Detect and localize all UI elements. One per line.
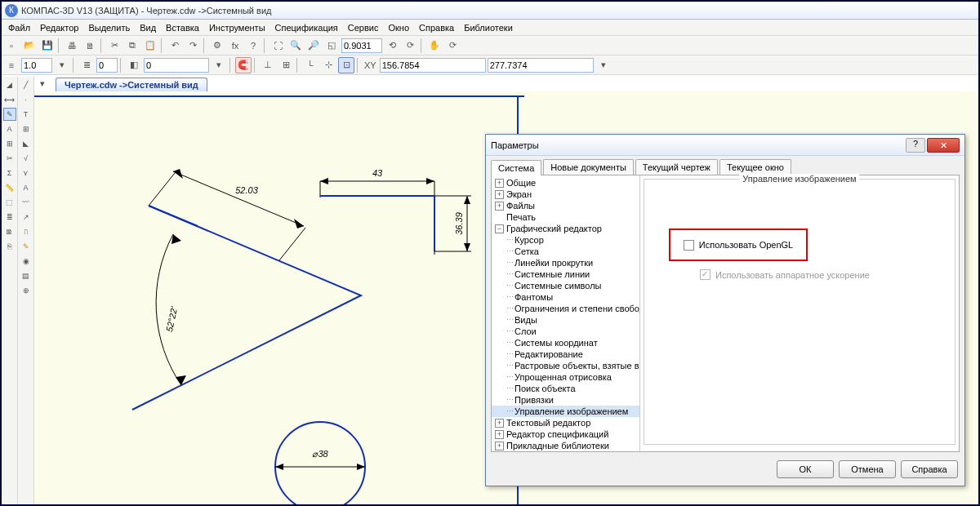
snap3-icon[interactable]: ⊡: [338, 57, 354, 73]
help-button[interactable]: Справка: [901, 460, 958, 478]
text-icon[interactable]: A: [3, 122, 16, 135]
base-icon[interactable]: ◣: [20, 137, 33, 150]
zoom-in-icon[interactable]: 🔍: [287, 38, 304, 54]
new-icon[interactable]: ▫: [3, 38, 20, 54]
brand-icon[interactable]: ▤: [20, 269, 33, 282]
tab-new-docs[interactable]: Новые документы: [543, 159, 634, 175]
tree-display-control[interactable]: ⋯Управление изображением: [492, 406, 639, 417]
geometry-icon[interactable]: ◢: [3, 78, 16, 91]
point-icon[interactable]: ·: [20, 93, 33, 106]
coord-y-input[interactable]: [488, 58, 594, 73]
tree-print[interactable]: Печать: [492, 211, 639, 223]
tree-graphic-editor[interactable]: −Графический редактор: [492, 223, 639, 234]
props-icon[interactable]: ⚙: [209, 38, 225, 54]
cut-icon[interactable]: ✂: [106, 38, 122, 54]
menu-spec[interactable]: Спецификация: [270, 21, 343, 34]
snap2-icon[interactable]: ⊹: [320, 57, 336, 73]
zoom-fit-icon[interactable]: ⛶: [270, 38, 286, 54]
layer-input[interactable]: [96, 58, 118, 73]
param-icon[interactable]: Σ: [3, 166, 16, 180]
tree-phantoms[interactable]: ⋯Фантомы: [492, 291, 639, 303]
break-icon[interactable]: ⎍: [20, 225, 33, 238]
pan-icon[interactable]: ✋: [426, 38, 443, 54]
menu-libs[interactable]: Библиотеки: [459, 21, 518, 34]
rough-icon[interactable]: √: [20, 152, 33, 165]
menu-view[interactable]: Вид: [135, 21, 161, 34]
menu-insert[interactable]: Вставка: [161, 21, 204, 34]
spec-tool-icon[interactable]: ≣: [3, 211, 16, 224]
tree-raster[interactable]: ⋯Растровые объекты, взятые в документ: [492, 360, 639, 371]
linewidth-input[interactable]: [21, 58, 52, 73]
dropdown-icon[interactable]: ▾: [54, 57, 70, 73]
tree-screen[interactable]: +Экран: [492, 189, 639, 200]
save-icon[interactable]: 💾: [39, 38, 56, 54]
weld-icon[interactable]: ⋎: [20, 166, 33, 180]
menu-file[interactable]: Файл: [3, 21, 35, 34]
menu-edit[interactable]: Редактор: [35, 21, 83, 34]
tree-simplified[interactable]: ⋯Упрощенная отрисовка: [492, 371, 639, 383]
zoom-prev-icon[interactable]: ⟲: [384, 38, 400, 54]
zoom-input[interactable]: [341, 38, 382, 53]
auto-icon[interactable]: ✎: [20, 240, 33, 253]
ortho-icon[interactable]: ⊥: [260, 57, 276, 73]
copy-icon[interactable]: ⧉: [124, 38, 140, 54]
zoom-out-icon[interactable]: 🔎: [305, 38, 322, 54]
preview-icon[interactable]: 🗎: [82, 38, 98, 54]
tree-app-libs[interactable]: +Прикладные библиотеки: [492, 440, 639, 451]
tree-files[interactable]: +Файлы: [492, 200, 639, 211]
wave-icon[interactable]: 〰: [20, 196, 33, 209]
tree-general[interactable]: +Общие: [492, 177, 639, 189]
use-opengl-checkbox[interactable]: [684, 240, 694, 251]
tree-constraints[interactable]: ⋯Ограничения и степени свободы: [492, 303, 639, 314]
insert-icon[interactable]: ⎘: [3, 240, 16, 253]
menu-tools[interactable]: Инструменты: [204, 21, 270, 34]
undo-icon[interactable]: ↶: [167, 38, 183, 54]
paste-icon[interactable]: 📋: [142, 38, 158, 54]
edit-icon[interactable]: ✂: [3, 152, 16, 165]
line-icon[interactable]: ╱: [20, 78, 33, 91]
settings-tree[interactable]: +Общие +Экран +Файлы Печать −Графический…: [492, 175, 640, 451]
tree-search[interactable]: ⋯Поиск объекта: [492, 383, 639, 394]
notation-icon[interactable]: ✎: [3, 108, 16, 121]
tree-cursor[interactable]: ⋯Курсор: [492, 234, 639, 246]
tab-current-window[interactable]: Текущее окно: [719, 159, 791, 175]
current-style-icon[interactable]: ≡: [3, 57, 20, 73]
local-cs-icon[interactable]: └: [302, 57, 318, 73]
tree-syssymbols[interactable]: ⋯Системные символы: [492, 280, 639, 291]
center-icon[interactable]: A: [20, 181, 33, 194]
aux-icon[interactable]: T: [20, 108, 33, 121]
report-icon[interactable]: 🗎: [3, 225, 16, 238]
layer2-icon[interactable]: ◧: [126, 57, 142, 73]
coord-menu-icon[interactable]: ▾: [595, 57, 612, 73]
redo-icon[interactable]: ↷: [185, 38, 201, 54]
zoom-window-icon[interactable]: ◱: [323, 38, 340, 54]
cancel-button[interactable]: Отмена: [839, 460, 896, 478]
menu-service[interactable]: Сервис: [343, 21, 384, 34]
layer-icon[interactable]: ≣: [78, 57, 95, 73]
menu-select[interactable]: Выделить: [83, 21, 135, 34]
menu-window[interactable]: Окно: [383, 21, 414, 34]
tree-cs[interactable]: ⋯Системы координат: [492, 337, 639, 348]
axis-icon[interactable]: ⊕: [20, 284, 33, 297]
print-icon[interactable]: 🖶: [64, 38, 80, 54]
tree-editing[interactable]: ⋯Редактирование: [492, 348, 639, 360]
rotate-icon[interactable]: ⟳: [444, 38, 461, 54]
mark-icon[interactable]: ◉: [20, 255, 33, 268]
vars-icon[interactable]: fx: [227, 38, 243, 54]
tree-views[interactable]: ⋯Виды: [492, 314, 639, 326]
tree-syslines[interactable]: ⋯Системные линии: [492, 269, 639, 280]
tree-grid[interactable]: ⋯Сетка: [492, 246, 639, 257]
dialog-close-icon[interactable]: ✕: [927, 138, 960, 153]
dim-icon[interactable]: ⟷: [3, 93, 16, 106]
select-icon[interactable]: ⬚: [3, 196, 16, 209]
tree-snaps[interactable]: ⋯Привязки: [492, 394, 639, 406]
snap-icon[interactable]: 🧲: [235, 57, 252, 73]
ok-button[interactable]: ОК: [777, 460, 834, 478]
tab-current-drawing[interactable]: Текущий чертеж: [635, 159, 718, 175]
layer2-input[interactable]: [144, 58, 209, 73]
menu-help[interactable]: Справка: [414, 21, 459, 34]
tree-spec-editor[interactable]: +Редактор спецификаций: [492, 428, 639, 440]
tree-text-editor[interactable]: +Текстовый редактор: [492, 417, 639, 428]
tree-layers[interactable]: ⋯Слои: [492, 326, 639, 337]
measure-icon[interactable]: 📏: [3, 181, 16, 194]
